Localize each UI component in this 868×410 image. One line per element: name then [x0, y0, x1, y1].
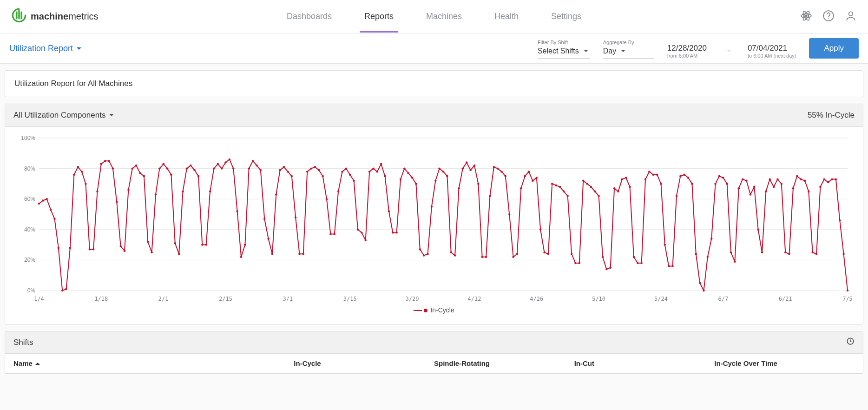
svg-point-179	[605, 268, 607, 270]
svg-point-85	[240, 256, 242, 258]
svg-point-170	[571, 253, 572, 255]
svg-point-122	[384, 175, 386, 177]
svg-point-217	[753, 186, 755, 188]
svg-point-63	[155, 193, 157, 195]
clock-icon[interactable]	[846, 337, 855, 348]
filter-by-shift-label: Filter By Shift	[538, 40, 590, 45]
svg-point-119	[372, 167, 374, 169]
svg-point-121	[380, 163, 382, 165]
svg-point-205	[707, 256, 709, 258]
svg-point-160	[532, 180, 533, 182]
aggregate-by-select[interactable]: Aggregate By Day	[603, 40, 654, 59]
svg-point-156	[516, 253, 518, 255]
chart-legend[interactable]: In-Cycle	[10, 305, 858, 320]
svg-point-142	[462, 167, 464, 169]
svg-point-211	[730, 251, 732, 253]
svg-point-235	[823, 178, 825, 180]
svg-text:20%: 20%	[24, 257, 35, 263]
svg-point-95	[279, 169, 281, 171]
svg-point-234	[819, 186, 821, 188]
col-in-cycle[interactable]: In-Cycle	[294, 359, 434, 367]
svg-point-54	[120, 245, 122, 247]
col-spindle-rotating[interactable]: Spindle-Rotating	[434, 359, 574, 367]
arrow-right-icon: →	[720, 45, 735, 59]
svg-point-76	[205, 244, 207, 245]
svg-point-226	[788, 253, 790, 255]
svg-point-200	[687, 177, 689, 179]
svg-point-139	[450, 251, 452, 253]
svg-point-90	[260, 169, 262, 171]
chart-series-dropdown[interactable]: All Utilization Components	[13, 111, 114, 120]
svg-point-75	[201, 244, 203, 245]
svg-point-225	[784, 251, 786, 253]
svg-point-215	[745, 180, 747, 182]
svg-point-42	[73, 174, 75, 176]
svg-point-99	[295, 216, 296, 218]
logo-icon	[11, 7, 27, 26]
svg-text:2/15: 2/15	[219, 296, 232, 302]
date-to[interactable]: 07/04/2021 to 6:00 AM (next day)	[748, 44, 796, 59]
nav-settings[interactable]: Settings	[551, 0, 581, 33]
main-nav: Dashboards Reports Machines Health Setti…	[287, 0, 581, 33]
nav-machines[interactable]: Machines	[426, 0, 462, 33]
svg-point-192	[656, 174, 658, 176]
svg-point-195	[668, 265, 670, 267]
nav-health[interactable]: Health	[494, 0, 519, 33]
svg-point-97	[287, 171, 289, 172]
svg-point-177	[598, 195, 599, 197]
svg-point-96	[283, 166, 285, 168]
caret-down-icon	[584, 50, 588, 54]
svg-text:6/21: 6/21	[779, 296, 792, 302]
date-from[interactable]: 12/28/2020 from 6:00 AM	[667, 44, 707, 59]
svg-point-174	[586, 183, 588, 185]
svg-point-89	[256, 165, 257, 166]
svg-point-172	[579, 262, 580, 264]
svg-point-49	[100, 163, 102, 165]
brand-text: machinemetrics	[31, 11, 99, 22]
svg-point-107	[326, 198, 328, 200]
toolbar-right: Filter By Shift Select Shifts Aggregate …	[538, 38, 859, 59]
user-icon[interactable]	[845, 10, 857, 24]
brand-logo[interactable]: machinemetrics	[11, 7, 99, 26]
svg-point-175	[590, 186, 592, 188]
svg-point-39	[61, 290, 63, 291]
svg-point-55	[124, 250, 125, 252]
svg-point-207	[714, 183, 716, 185]
atom-icon[interactable]	[800, 10, 812, 24]
svg-point-36	[50, 209, 52, 211]
aggregate-by-value: Day	[603, 47, 616, 55]
svg-point-69	[178, 253, 180, 255]
svg-point-34	[42, 199, 44, 201]
svg-point-38	[58, 247, 59, 249]
svg-point-84	[236, 210, 238, 212]
filter-by-shift-select[interactable]: Filter By Shift Select Shifts	[538, 40, 590, 59]
caret-down-icon	[621, 50, 625, 54]
report-type-dropdown[interactable]: Utilization Report	[9, 44, 81, 53]
nav-dashboards[interactable]: Dashboards	[287, 0, 332, 33]
svg-point-232	[812, 251, 814, 253]
apply-button[interactable]: Apply	[809, 38, 859, 59]
svg-point-137	[442, 171, 444, 172]
svg-point-171	[574, 262, 576, 264]
col-in-cut[interactable]: In-Cut	[574, 359, 715, 367]
svg-point-111	[341, 171, 343, 172]
svg-point-48	[96, 191, 98, 192]
nav-reports[interactable]: Reports	[364, 0, 394, 33]
svg-point-117	[365, 239, 367, 241]
svg-text:5/24: 5/24	[654, 296, 668, 302]
col-name[interactable]: Name	[13, 359, 294, 367]
subtitle-panel: Utilization Report for All Machines	[5, 70, 863, 97]
svg-point-135	[434, 180, 436, 182]
svg-point-185	[629, 186, 631, 188]
svg-point-173	[582, 180, 584, 182]
svg-point-153	[505, 175, 506, 177]
svg-point-146	[477, 183, 479, 185]
svg-point-118	[368, 171, 370, 172]
help-icon[interactable]	[822, 10, 835, 24]
svg-point-102	[306, 171, 308, 172]
svg-point-176	[594, 191, 596, 192]
svg-point-164	[547, 253, 549, 255]
svg-point-141	[458, 187, 460, 189]
col-in-cycle-over-time[interactable]: In-Cycle Over Time	[714, 359, 855, 367]
svg-point-127	[403, 167, 405, 169]
